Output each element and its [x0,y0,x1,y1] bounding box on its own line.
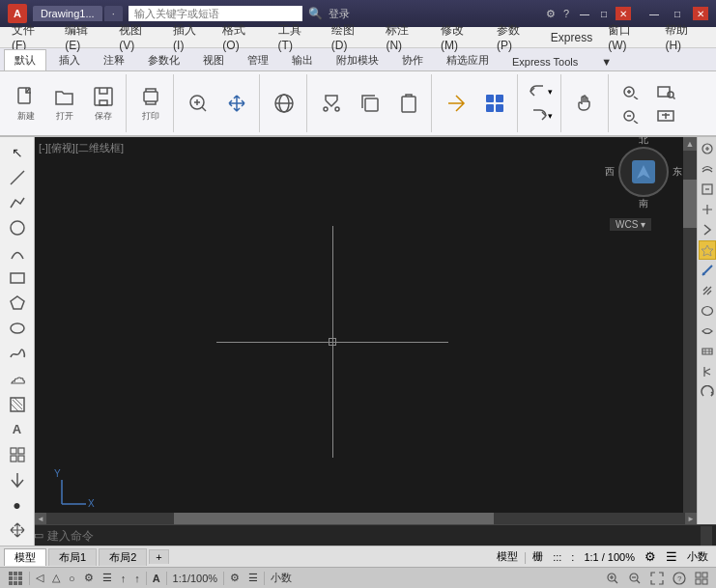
right-tool-5[interactable] [699,220,716,239]
bt-grid-snap[interactable] [4,569,27,588]
save-button[interactable]: 保存 [85,78,122,128]
tab-default[interactable]: 默认 [4,49,46,70]
paste-button[interactable] [390,78,427,128]
title-tab-drawing[interactable]: Drawing1... [33,6,102,21]
matchprop-button[interactable] [438,78,474,128]
right-tool-6[interactable] [699,240,716,260]
bt-circle[interactable]: ○ [65,569,79,588]
user-login[interactable]: 登录 [329,7,350,21]
bt-scale[interactable]: 1:1/100% [169,569,221,588]
tab-annotate[interactable]: 注释 [93,49,135,70]
copy-button[interactable] [352,78,388,128]
cut-button[interactable] [313,78,350,128]
redo-button[interactable]: ▾ [524,104,557,127]
close-button[interactable]: ✕ [616,7,631,20]
compass-widget[interactable]: 北 南 西 东 WCS ▾ [610,147,677,224]
tab-view[interactable]: 视图 [192,49,235,70]
h-scrollbar[interactable]: ◄ ► [35,513,697,524]
right-tool-8[interactable] [699,281,716,300]
right-tool-2[interactable] [699,159,716,179]
ellipse-tool[interactable] [3,317,32,341]
minimize-button-2[interactable]: — [646,7,662,20]
polygon-tool[interactable] [3,292,32,316]
bt-triangle[interactable]: △ [48,569,64,588]
zoom-out-button[interactable] [615,104,647,127]
tab-collaborate[interactable]: 协作 [391,49,434,70]
move-tool[interactable] [3,518,32,543]
title-search-input[interactable] [129,6,302,21]
menu-express[interactable]: Express [543,29,600,46]
right-tool-10[interactable] [699,322,716,341]
v-scroll-up[interactable]: ▲ [683,137,697,151]
right-tool-7[interactable] [699,261,716,280]
zoom-extents-button[interactable] [180,78,216,128]
status-grid[interactable]: 栅 [529,549,547,564]
bt-zoom-in[interactable] [602,569,623,588]
bt-units[interactable]: 小数 [267,569,296,588]
cloud-tool[interactable] [3,367,32,391]
status-ortho[interactable]: : [567,551,578,563]
compass-dial[interactable] [618,147,669,197]
right-tool-13[interactable] [699,382,716,402]
select-tool[interactable]: ↖ [3,140,32,164]
v-scrollbar[interactable]: ▲ ▼ [683,137,697,546]
line-tool[interactable] [3,165,32,189]
h-scroll-left[interactable]: ◄ [35,513,46,524]
title-tab-new[interactable]: · [104,6,123,21]
rectangle-tool[interactable] [3,266,32,291]
bt-arrow-up2[interactable]: ↑ [130,569,144,588]
status-scale[interactable]: 1:1 / 100% [580,551,639,563]
help-icon[interactable]: ? [563,8,569,19]
tab-more[interactable]: ▼ [590,52,622,70]
tab-manage[interactable]: 管理 [237,49,279,70]
text-tool[interactable]: A [3,417,32,441]
autodesk-button[interactable] [476,78,513,128]
drawing-canvas[interactable]: [-][俯视][二维线框] 北 南 西 东 WCS ▾ [35,137,697,546]
arc-tool[interactable] [3,241,32,266]
right-tool-11[interactable] [699,342,716,361]
circle-tool[interactable] [3,215,32,239]
pan-button[interactable] [218,78,255,128]
cmd-scroll-handle[interactable] [701,526,712,546]
bt-menu3[interactable]: ☰ [244,569,262,588]
tab-express-tools[interactable]: Express Tools [501,52,588,70]
right-tool-12[interactable] [699,362,716,381]
print-button[interactable]: 打印 [132,78,169,128]
polyline-tool[interactable] [3,190,32,214]
block-tool[interactable] [3,443,32,467]
tab-addons[interactable]: 附加模块 [326,49,389,70]
zoom-in-button[interactable] [615,80,647,103]
menu-window[interactable]: 窗口(W) [600,20,657,54]
tab-layout2[interactable]: 布局2 [99,548,147,566]
zoom-all-button[interactable] [649,104,682,127]
bt-menu2[interactable]: ☰ [99,569,116,588]
tab-featured[interactable]: 精选应用 [436,49,500,70]
open-button[interactable]: 打开 [46,78,83,128]
h-scroll-right[interactable]: ► [685,513,697,524]
bt-help[interactable]: ? [669,569,690,588]
tab-parametric[interactable]: 参数化 [137,49,190,70]
tab-add-layout[interactable]: + [149,549,168,564]
bt-settings3[interactable]: ⚙ [226,569,243,588]
status-menu[interactable]: ☰ [662,549,681,564]
restore-button[interactable]: □ [596,7,612,20]
right-tool-9[interactable] [699,301,716,321]
close-button-2[interactable]: ✕ [693,7,708,20]
undo-button[interactable]: ▾ [524,80,557,103]
bt-a-label[interactable]: A [149,569,164,588]
right-tool-1[interactable] [699,139,716,158]
h-scrollbar-thumb[interactable] [46,513,685,524]
bt-settings2[interactable]: ⚙ [80,569,98,588]
bt-grid2[interactable] [691,569,712,588]
menu-help[interactable]: 帮助(H) [657,20,712,54]
3d-view-button[interactable] [266,78,302,128]
new-button[interactable]: 新建 [8,78,44,128]
zoom-window-button[interactable] [649,80,682,103]
bt-undo[interactable]: ◁ [32,569,47,588]
spline-tool[interactable] [3,342,32,366]
hatch-tool[interactable] [3,392,32,416]
right-tool-3[interactable] [699,180,716,199]
v-scrollbar-thumb[interactable] [683,180,697,228]
bt-arrow-up1[interactable]: ↑ [117,569,130,588]
tab-insert[interactable]: 插入 [48,49,91,70]
